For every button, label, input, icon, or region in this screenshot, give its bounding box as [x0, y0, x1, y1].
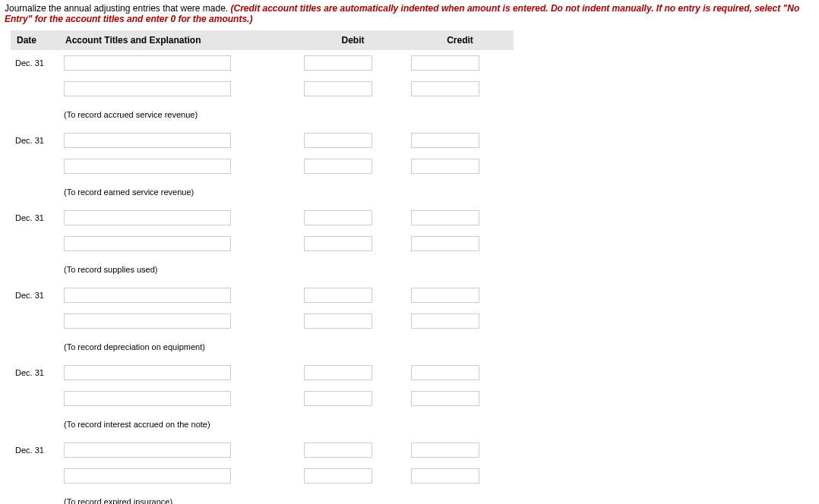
journal-row: Dec. 31: [11, 128, 514, 153]
explanation-row: (To record interest accrued on the note): [11, 411, 514, 437]
account-title-input[interactable]: [64, 313, 231, 329]
credit-input[interactable]: [411, 468, 479, 484]
credit-input[interactable]: [411, 81, 479, 96]
journal-table: Date Account Titles and Explanation Debi…: [11, 30, 514, 504]
account-title-input[interactable]: [64, 236, 231, 251]
credit-input[interactable]: [411, 365, 479, 380]
journal-row: Dec. 31: [11, 50, 514, 76]
debit-input[interactable]: [304, 313, 372, 329]
debit-input[interactable]: [304, 159, 372, 174]
debit-input[interactable]: [304, 443, 372, 458]
debit-input[interactable]: [304, 210, 372, 225]
explanation-text: (To record depreciation on equipment): [59, 334, 514, 360]
header-account: Account Titles and Explanation: [59, 30, 299, 50]
debit-input[interactable]: [304, 133, 372, 148]
journal-row: Dec. 31: [11, 437, 514, 463]
credit-input[interactable]: [411, 159, 479, 174]
date-cell: Dec. 31: [11, 437, 59, 463]
date-cell-empty: [11, 308, 59, 334]
header-debit: Debit: [299, 30, 406, 50]
explanation-row: (To record expired insurance): [11, 489, 514, 504]
date-cell-empty: [11, 76, 59, 102]
date-cell: Dec. 31: [11, 282, 59, 308]
account-title-input[interactable]: [64, 133, 231, 148]
date-cell: Dec. 31: [11, 205, 59, 231]
account-title-input[interactable]: [64, 55, 231, 71]
journal-row: [11, 386, 514, 411]
debit-input[interactable]: [304, 365, 372, 380]
debit-input[interactable]: [304, 391, 372, 406]
header-date: Date: [11, 30, 59, 50]
date-cell-empty: [11, 386, 59, 411]
debit-input[interactable]: [304, 468, 372, 484]
credit-input[interactable]: [411, 391, 479, 406]
journal-row: Dec. 31: [11, 205, 514, 231]
date-cell: Dec. 31: [11, 128, 59, 153]
journal-row: Dec. 31: [11, 282, 514, 308]
credit-input[interactable]: [411, 55, 479, 71]
explanation-text: (To record earned service revenue): [59, 179, 514, 205]
credit-input[interactable]: [411, 443, 479, 458]
account-title-input[interactable]: [64, 81, 231, 96]
journal-row: [11, 231, 514, 257]
explanation-row: (To record depreciation on equipment): [11, 334, 514, 360]
account-title-input[interactable]: [64, 288, 231, 303]
credit-input[interactable]: [411, 210, 479, 225]
instructions-lead: Journalize the annual adjusting entries …: [5, 3, 231, 14]
journal-row: [11, 153, 514, 179]
explanation-text: (To record supplies used): [59, 257, 514, 282]
debit-input[interactable]: [304, 81, 372, 96]
account-title-input[interactable]: [64, 159, 231, 174]
debit-input[interactable]: [304, 288, 372, 303]
date-cell-empty: [11, 153, 59, 179]
credit-input[interactable]: [411, 133, 479, 148]
journal-row: [11, 463, 514, 489]
explanation-row: (To record supplies used): [11, 257, 514, 282]
account-title-input[interactable]: [64, 210, 231, 225]
date-cell: Dec. 31: [11, 360, 59, 386]
date-cell-empty: [11, 231, 59, 257]
credit-input[interactable]: [411, 236, 479, 251]
instructions: Journalize the annual adjusting entries …: [5, 3, 814, 24]
explanation-text: (To record expired insurance): [59, 489, 514, 504]
account-title-input[interactable]: [64, 391, 231, 406]
explanation-text: (To record accrued service revenue): [59, 102, 514, 128]
journal-row: [11, 308, 514, 334]
header-credit: Credit: [406, 30, 514, 50]
journal-row: [11, 76, 514, 102]
date-cell: Dec. 31: [11, 50, 59, 76]
journal-row: Dec. 31: [11, 360, 514, 386]
account-title-input[interactable]: [64, 468, 231, 484]
credit-input[interactable]: [411, 288, 479, 303]
account-title-input[interactable]: [64, 365, 231, 380]
explanation-row: (To record earned service revenue): [11, 179, 514, 205]
explanation-row: (To record accrued service revenue): [11, 102, 514, 128]
debit-input[interactable]: [304, 236, 372, 251]
credit-input[interactable]: [411, 313, 479, 329]
date-cell-empty: [11, 463, 59, 489]
debit-input[interactable]: [304, 55, 372, 71]
account-title-input[interactable]: [64, 443, 231, 458]
explanation-text: (To record interest accrued on the note): [59, 411, 514, 437]
